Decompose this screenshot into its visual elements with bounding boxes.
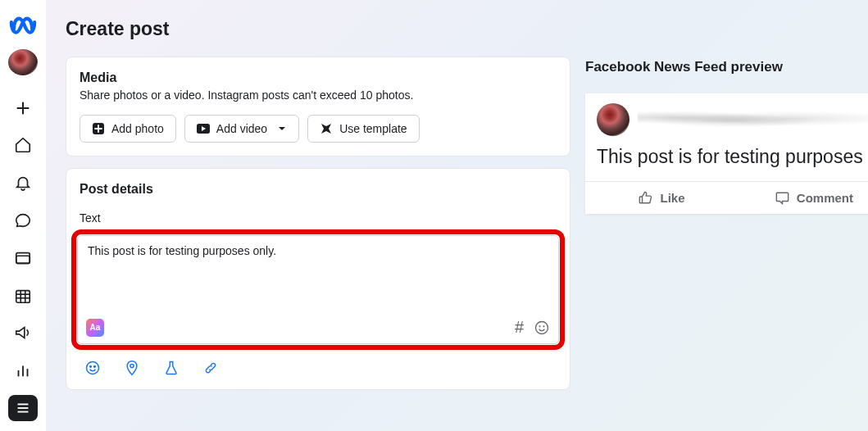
svg-point-19 [543,325,544,326]
page-title: Create post [66,18,570,40]
preview-card: This post is for testing purposes o Like… [585,93,868,214]
add-photo-button[interactable]: Add photo [80,115,176,143]
comment-icon [775,190,790,206]
add-video-button[interactable]: Add video [184,115,299,143]
hashtag-button[interactable]: # [515,318,524,337]
preview-title: Facebook News Feed preview [585,59,868,75]
svg-point-20 [87,362,99,374]
like-button[interactable]: Like [585,182,738,214]
svg-rect-3 [16,256,30,263]
svg-rect-4 [16,290,30,302]
svg-point-23 [130,364,134,367]
menu-icon[interactable] [8,395,38,421]
post-text-input[interactable] [78,236,558,311]
messages-icon[interactable] [8,207,38,234]
calendar-icon[interactable] [8,283,38,309]
comment-button[interactable]: Comment [738,182,868,214]
preview-page-name-redacted [638,109,868,130]
chevron-down-icon [277,124,287,134]
svg-rect-2 [16,252,30,263]
inbox-icon[interactable] [8,245,38,271]
preview-avatar [597,103,629,136]
svg-point-21 [90,366,92,368]
add-video-label: Add video [216,122,267,135]
highlight-annotation: Aa # [71,229,565,350]
text-label: Text [80,211,557,225]
avatar[interactable] [8,49,38,75]
home-icon[interactable] [8,133,38,159]
add-photo-label: Add photo [111,122,164,135]
background-style-button[interactable]: Aa [86,319,104,337]
post-details-title: Post details [80,182,557,197]
location-icon[interactable] [124,360,140,376]
media-title: Media [80,70,557,85]
svg-point-17 [536,321,548,333]
use-template-button[interactable]: Use template [307,115,419,143]
svg-point-18 [539,325,540,326]
svg-point-22 [94,366,96,368]
post-details-card: Post details Text Aa # [66,168,570,390]
use-template-label: Use template [339,122,407,135]
ads-icon[interactable] [8,320,38,347]
emoji-icon[interactable] [534,320,550,336]
feeling-icon[interactable] [84,360,101,376]
preview-post-text: This post is for testing purposes o [585,143,868,181]
link-icon[interactable] [202,360,219,376]
insights-icon[interactable] [8,357,38,383]
main-content: Create post Media Share photos or a vide… [46,0,868,431]
like-icon [638,190,653,206]
comment-label: Comment [797,191,853,205]
media-subtitle: Share photos or a video. Instagram posts… [80,88,557,102]
sidebar [0,0,46,431]
flask-icon[interactable] [163,360,180,376]
like-label: Like [660,191,684,205]
notifications-icon[interactable] [8,170,38,196]
create-icon[interactable] [8,95,38,121]
media-card: Media Share photos or a video. Instagram… [66,57,570,157]
meta-logo[interactable] [9,11,37,39]
